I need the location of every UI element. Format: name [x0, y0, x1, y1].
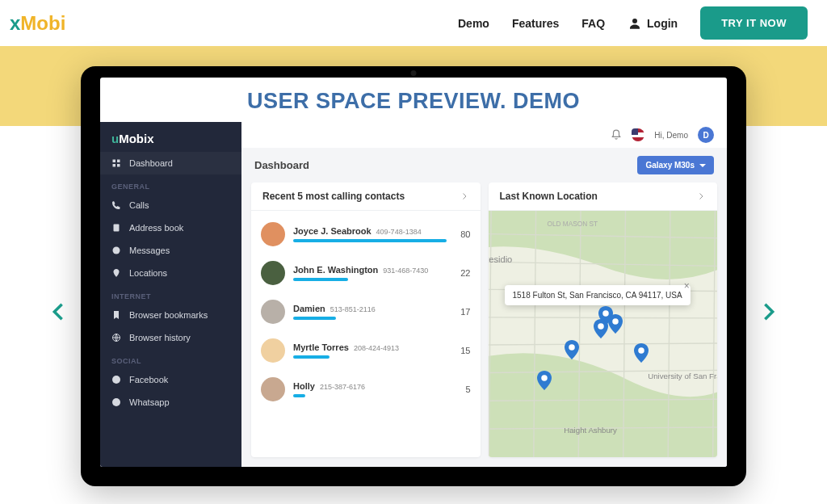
svg-point-9	[112, 398, 120, 406]
panels: Recent 5 most calling contacts Joyce J. …	[241, 183, 727, 467]
svg-text:University of San Francisco: University of San Francisco	[648, 372, 717, 380]
book-icon	[111, 223, 121, 233]
contacts-list: Joyce J. Seabrook409-748-138480John E. W…	[251, 211, 481, 414]
svg-point-31	[612, 318, 619, 325]
contact-name: Joyce J. Seabrook	[293, 226, 372, 236]
sidebar-item-whatsapp[interactable]: Whatsapp	[100, 391, 241, 414]
contact-row[interactable]: Holly215-387-61765	[261, 371, 471, 410]
camera-dot	[411, 70, 417, 76]
sidebar-item-label: Browser history	[129, 333, 191, 342]
sidebar-item-label: Dashboard	[129, 158, 173, 168]
contact-count: 17	[455, 307, 471, 317]
svg-rect-5	[114, 225, 120, 232]
contact-row[interactable]: Joyce J. Seabrook409-748-138480	[261, 216, 471, 254]
sidebar: uMobix Dashboard GENERAL Calls Address b…	[100, 122, 241, 467]
sidebar-item-history[interactable]: Browser history	[100, 326, 241, 349]
carousel-prev[interactable]	[47, 300, 69, 323]
flag-us-icon[interactable]	[632, 128, 644, 141]
svg-point-8	[112, 376, 120, 384]
bell-icon[interactable]	[611, 129, 622, 141]
contact-row[interactable]: Damien513-851-211617	[261, 293, 471, 332]
map-pin[interactable]	[594, 319, 608, 338]
demo-app: uMobix Dashboard GENERAL Calls Address b…	[100, 122, 727, 467]
card-title: Recent 5 most calling contacts	[262, 191, 405, 202]
carousel-next[interactable]	[758, 300, 780, 323]
nav-demo[interactable]: Demo	[458, 17, 489, 30]
svg-rect-3	[113, 164, 116, 167]
sidebar-item-dashboard[interactable]: Dashboard	[100, 152, 241, 174]
chevron-left-icon	[47, 300, 69, 323]
sidebar-item-label: Locations	[129, 268, 167, 278]
greeting: Hi, Demo	[654, 131, 688, 140]
whatsapp-icon	[111, 397, 121, 407]
sidebar-item-label: Messages	[129, 246, 170, 255]
contact-bar	[293, 394, 305, 397]
svg-point-35	[541, 375, 548, 381]
nav-faq[interactable]: FAQ	[581, 17, 605, 30]
svg-text:Presidio: Presidio	[489, 254, 512, 264]
contact-bar	[293, 355, 330, 359]
sidebar-item-label: Address book	[129, 223, 183, 233]
svg-text:OLD MASON ST: OLD MASON ST	[547, 220, 598, 228]
sidebar-section-general: GENERAL	[100, 174, 241, 194]
contact-avatar	[261, 377, 285, 401]
contact-bar	[293, 239, 447, 242]
tablet-screen: USER SPACE PREVIEW. DEMO uMobix Dashboar…	[100, 78, 727, 467]
svg-rect-4	[117, 164, 120, 167]
card-header[interactable]: Recent 5 most calling contacts	[251, 183, 481, 211]
sidebar-item-address-book[interactable]: Address book	[100, 216, 241, 239]
map-pin[interactable]	[565, 340, 579, 359]
message-icon	[111, 246, 121, 255]
avatar[interactable]: D	[698, 127, 714, 143]
contact-avatar	[261, 261, 285, 285]
globe-icon	[111, 333, 121, 342]
contact-row[interactable]: Myrtle Torres208-424-491315	[261, 332, 471, 371]
svg-rect-1	[113, 160, 116, 163]
contact-count: 80	[455, 229, 471, 239]
svg-point-6	[113, 247, 120, 254]
svg-point-34	[638, 347, 644, 354]
try-it-now-button[interactable]: TRY IT NOW	[700, 6, 808, 40]
map-pin[interactable]	[634, 343, 649, 363]
contact-name: Damien	[293, 304, 325, 313]
sidebar-item-bookmarks[interactable]: Browser bookmarks	[100, 304, 241, 326]
contact-name: Holly	[293, 381, 315, 391]
sidebar-item-messages[interactable]: Messages	[100, 239, 241, 262]
card-title: Last Known Location	[500, 191, 598, 202]
user-icon	[628, 16, 642, 31]
sidebar-section-internet: INTERNET	[100, 284, 241, 304]
contact-phone: 513-851-2116	[330, 305, 376, 313]
sidebar-item-calls[interactable]: Calls	[100, 194, 241, 216]
contact-avatar	[261, 338, 285, 363]
nav-right: Demo Features FAQ Login TRY IT NOW	[458, 6, 808, 40]
app-logo: uMobix	[100, 122, 241, 152]
contact-bar	[293, 278, 348, 281]
card-header[interactable]: Last Known Location	[489, 183, 718, 211]
sidebar-item-locations[interactable]: Locations	[100, 262, 241, 284]
contact-phone: 409-748-1384	[376, 228, 422, 236]
map[interactable]: Presidio OLD MASON ST University of San …	[489, 211, 718, 457]
map-pin[interactable]	[608, 314, 623, 334]
grid-icon	[111, 158, 121, 168]
phone-icon	[111, 200, 121, 210]
contact-phone: 208-424-4913	[354, 344, 399, 352]
recent-contacts-card: Recent 5 most calling contacts Joyce J. …	[251, 183, 481, 457]
demo-title: USER SPACE PREVIEW. DEMO	[100, 78, 727, 122]
top-navbar: xMobi Demo Features FAQ Login TRY IT NOW	[0, 0, 827, 46]
contact-count: 5	[455, 384, 471, 394]
contact-avatar	[261, 222, 285, 246]
nav-login[interactable]: Login	[628, 16, 678, 31]
location-icon	[111, 268, 121, 278]
map-pin[interactable]	[537, 371, 552, 390]
close-icon[interactable]: ×	[684, 280, 695, 292]
bookmark-icon	[111, 310, 121, 320]
contact-row[interactable]: John E. Washington931-468-743022	[261, 254, 471, 293]
site-logo: xMobi	[10, 12, 65, 35]
sidebar-item-label: Facebook	[129, 375, 168, 384]
sidebar-item-facebook[interactable]: Facebook	[100, 368, 241, 391]
device-selector[interactable]: Galaxy M30s	[637, 156, 714, 174]
svg-text:Haight Ashbury: Haight Ashbury	[564, 426, 617, 435]
contact-avatar	[261, 300, 285, 324]
page-title: Dashboard	[254, 159, 309, 171]
nav-features[interactable]: Features	[512, 17, 559, 30]
